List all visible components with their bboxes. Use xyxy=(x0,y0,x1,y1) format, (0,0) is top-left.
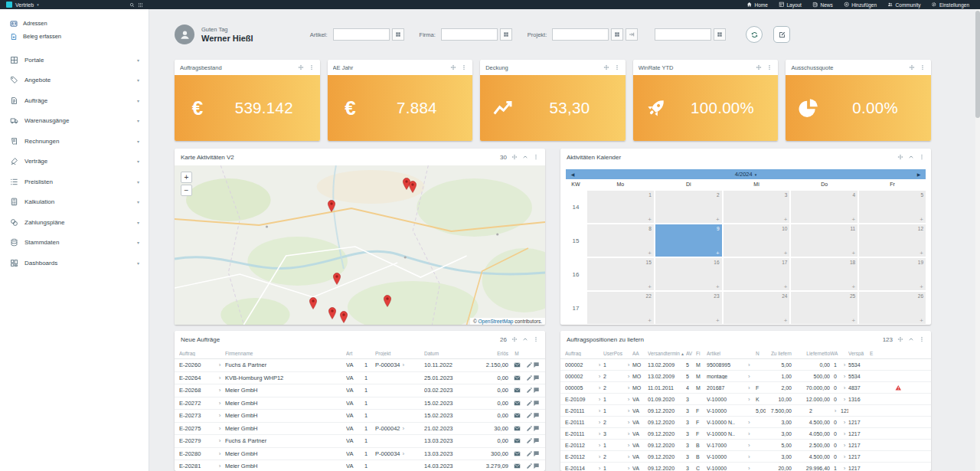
chevron-right-icon[interactable]: › xyxy=(214,425,225,432)
map-pin[interactable] xyxy=(309,297,318,309)
add-activity-icon[interactable]: + xyxy=(920,317,923,324)
chevron-right-icon[interactable]: › xyxy=(214,463,225,469)
chevron-right-icon[interactable]: › xyxy=(841,453,848,460)
chevron-right-icon[interactable]: › xyxy=(596,384,603,391)
comment-icon[interactable] xyxy=(533,387,540,394)
calendar-next-button[interactable]: ▶ xyxy=(912,172,926,177)
position-row[interactable]: E-20109 › 1 › VA 01.09.2020 3 V-10000 › … xyxy=(560,394,931,405)
chevron-right-icon[interactable]: › xyxy=(596,361,603,368)
comment-icon[interactable] xyxy=(533,375,540,381)
position-row[interactable]: 000002 › 2 › MO 13.02.2009 5 M montage ›… xyxy=(560,371,931,382)
kebab-menu-icon[interactable] xyxy=(919,336,925,342)
chevron-right-icon[interactable]: › xyxy=(596,419,603,426)
add-activity-icon[interactable]: + xyxy=(648,216,652,223)
chevron-right-icon[interactable]: › xyxy=(748,453,756,460)
position-row[interactable]: E-20111 › 3 › VA 09.12.2020 3 F V-10000 … xyxy=(560,428,931,440)
activity-map[interactable]: + − © OpenStreetMap contributors. xyxy=(175,165,545,325)
collapse-icon[interactable] xyxy=(522,154,528,160)
mail-icon[interactable] xyxy=(514,450,521,457)
edit-icon[interactable] xyxy=(526,437,533,444)
collapse-icon[interactable] xyxy=(908,336,914,342)
chevron-right-icon[interactable]: › xyxy=(841,442,848,449)
chevron-right-icon[interactable]: › xyxy=(596,430,603,437)
chevron-right-icon[interactable]: › xyxy=(596,465,603,471)
order-row[interactable]: E-20268 › Meier GmbH VA 1 › 03.02.2023 0… xyxy=(175,384,545,397)
calendar-day-cell[interactable]: 19+ xyxy=(859,258,926,290)
search-icon[interactable] xyxy=(129,2,135,8)
move-icon[interactable] xyxy=(450,64,456,70)
col-e[interactable]: E xyxy=(870,351,926,356)
add-activity-icon[interactable]: + xyxy=(648,317,652,324)
mail-icon[interactable] xyxy=(514,400,521,407)
order-row[interactable]: E-20273 › Meier GmbH VA 1 › 15.02.2023 0… xyxy=(175,410,545,423)
chevron-right-icon[interactable]: › xyxy=(625,465,632,471)
chevron-right-icon[interactable]: › xyxy=(596,453,603,460)
collapse-icon[interactable] xyxy=(908,154,914,160)
edit-icon[interactable] xyxy=(526,425,533,432)
calendar-day-cell[interactable]: 4+ xyxy=(791,191,858,223)
topbar-item-hinzufuegen[interactable]: Hinzufügen xyxy=(844,2,877,8)
add-activity-icon[interactable]: + xyxy=(716,250,720,257)
col-versandtermin[interactable]: Versandtermin▲ xyxy=(648,351,686,356)
add-activity-icon[interactable]: + xyxy=(648,283,652,290)
zoom-in-button[interactable]: + xyxy=(181,172,192,183)
calendar-day-cell[interactable]: 22+ xyxy=(587,292,654,324)
move-icon[interactable] xyxy=(909,64,915,70)
position-row[interactable]: 000005 › 2 › MO 11.01.2011 4 M 201687 › … xyxy=(560,382,931,394)
sidebar-item-rechnungen[interactable]: Rechnungen▾ xyxy=(0,131,149,152)
chevron-right-icon[interactable]: › xyxy=(748,384,756,391)
extra-filter-picker-button[interactable] xyxy=(714,28,726,41)
chevron-right-icon[interactable]: › xyxy=(403,425,405,432)
col-auftrag[interactable]: Auftrag xyxy=(565,351,596,356)
comment-icon[interactable] xyxy=(533,400,540,407)
edit-icon[interactable] xyxy=(526,375,533,381)
col-art[interactable]: Art xyxy=(346,351,364,356)
comment-icon[interactable] xyxy=(533,437,540,444)
edit-icon[interactable] xyxy=(526,450,533,457)
kebab-menu-icon[interactable] xyxy=(309,64,315,70)
sidebar-item-kalkulation[interactable]: Kalkulation▾ xyxy=(0,192,149,213)
move-icon[interactable] xyxy=(897,336,903,342)
topbar-item-einstellungen[interactable]: Einstellungen xyxy=(931,2,969,8)
chevron-right-icon[interactable]: › xyxy=(214,361,225,368)
chevron-right-icon[interactable]: › xyxy=(214,375,225,381)
mail-icon[interactable] xyxy=(514,387,521,394)
topbar-item-layout[interactable]: Layout xyxy=(779,2,802,8)
add-activity-icon[interactable]: + xyxy=(784,250,788,257)
window-scrollbar[interactable] xyxy=(975,9,980,471)
add-activity-icon[interactable]: + xyxy=(920,250,923,257)
mail-icon[interactable] xyxy=(514,375,521,381)
sidebar-item-angebote[interactable]: Angebote▾ xyxy=(0,70,149,91)
chevron-right-icon[interactable]: › xyxy=(403,450,405,457)
edit-icon[interactable] xyxy=(526,412,533,419)
order-row[interactable]: E-20279 › Fuchs & Partner VA 1 › 13.03.2… xyxy=(175,435,545,448)
col-m[interactable]: M xyxy=(508,351,525,356)
move-icon[interactable] xyxy=(298,64,304,70)
add-activity-icon[interactable]: + xyxy=(716,283,720,290)
projekt-picker-button[interactable] xyxy=(611,28,623,41)
map-pin[interactable] xyxy=(327,200,336,212)
comment-icon[interactable] xyxy=(533,412,540,419)
sidebar-item-adressen[interactable]: Adressen xyxy=(0,17,149,30)
position-row[interactable]: E-20111 › 1 › VA 09.12.2020 3 F V-10000 … xyxy=(560,405,931,417)
calendar-day-cell[interactable]: 12+ xyxy=(859,224,926,257)
add-activity-icon[interactable]: + xyxy=(784,283,788,290)
col-wa[interactable]: WA xyxy=(830,351,841,356)
chevron-right-icon[interactable]: › xyxy=(625,396,632,403)
calendar-day-cell[interactable]: 10+ xyxy=(724,224,790,257)
comment-icon[interactable] xyxy=(533,425,540,432)
calendar-day-cell[interactable]: 11+ xyxy=(791,224,858,257)
sidebar-item-portale[interactable]: Portale▾ xyxy=(0,50,149,70)
calendar-day-cell[interactable]: 15+ xyxy=(587,258,654,290)
calendar-day-cell[interactable]: 25+ xyxy=(791,292,858,324)
collapse-icon[interactable] xyxy=(522,336,528,342)
chevron-right-icon[interactable]: › xyxy=(214,387,225,394)
chevron-right-icon[interactable]: › xyxy=(403,361,405,368)
position-row[interactable]: 000002 › 1 › MO 13.02.2009 5 M 95008995 … xyxy=(560,359,931,371)
chevron-right-icon[interactable]: › xyxy=(841,419,848,426)
col-aa[interactable]: AA xyxy=(632,351,648,356)
edit-icon[interactable] xyxy=(526,400,533,407)
add-activity-icon[interactable]: + xyxy=(716,216,720,223)
mail-icon[interactable] xyxy=(514,361,521,368)
kebab-menu-icon[interactable] xyxy=(919,154,925,160)
